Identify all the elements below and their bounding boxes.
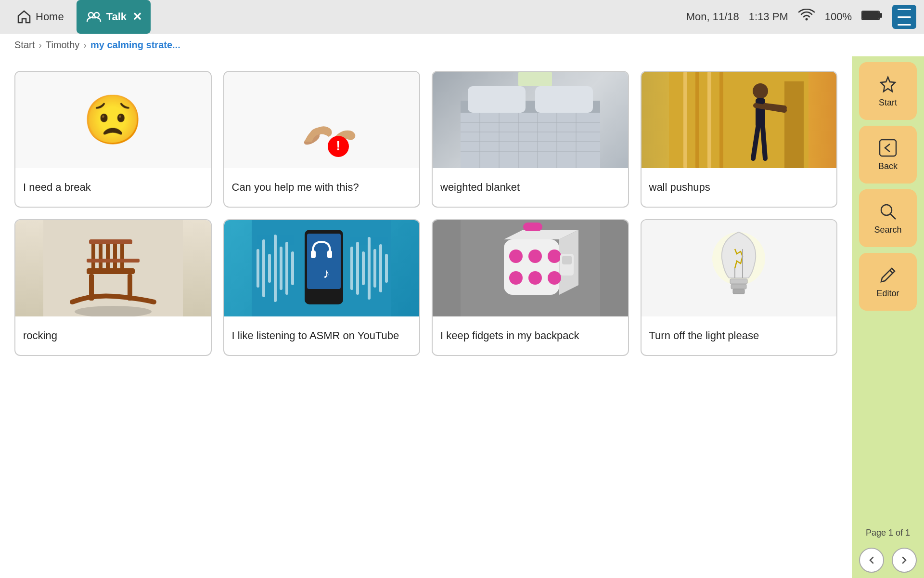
breadcrumb-current[interactable]: my calming strate... <box>90 39 180 51</box>
sidebar-search-label: Search <box>874 225 901 235</box>
sidebar-back-label: Back <box>878 161 898 171</box>
card-blanket[interactable]: weighted blanket <box>432 71 629 208</box>
svg-point-1 <box>94 13 99 17</box>
breadcrumb-sep1: › <box>38 39 42 51</box>
next-page-button[interactable] <box>892 548 917 573</box>
close-button[interactable]: ✕ <box>132 10 142 24</box>
svg-rect-13 <box>468 86 526 113</box>
sidebar-back-button[interactable]: Back <box>859 126 917 184</box>
svg-rect-69 <box>373 249 376 288</box>
svg-point-78 <box>548 250 561 263</box>
svg-line-36 <box>765 105 784 108</box>
svg-point-33 <box>753 83 768 99</box>
svg-rect-67 <box>362 251 365 285</box>
card-light-image <box>642 220 837 316</box>
breadcrumb-user[interactable]: Timothy <box>46 39 79 51</box>
svg-line-38 <box>763 127 765 158</box>
card-rocking[interactable]: rocking <box>14 219 212 356</box>
svg-rect-87 <box>731 284 746 289</box>
svg-point-81 <box>548 271 561 285</box>
svg-rect-65 <box>350 247 353 290</box>
talk-label: Talk <box>106 11 127 23</box>
cards-grid: 😟 I need a break <box>14 66 837 361</box>
breadcrumb-start[interactable]: Start <box>14 39 35 51</box>
prev-page-button[interactable] <box>859 548 884 573</box>
svg-rect-66 <box>356 242 359 295</box>
svg-rect-43 <box>99 242 103 270</box>
svg-rect-53 <box>257 249 259 288</box>
svg-rect-71 <box>385 254 388 283</box>
svg-line-95 <box>890 270 893 273</box>
wifi-icon <box>798 9 815 25</box>
card-asmr-label: I like listening to ASMR on YouTube <box>224 316 420 355</box>
svg-rect-32 <box>784 81 804 168</box>
pagination <box>859 548 917 573</box>
svg-rect-58 <box>285 242 288 295</box>
svg-rect-73 <box>504 239 559 295</box>
svg-point-0 <box>89 13 93 17</box>
svg-rect-46 <box>120 242 124 270</box>
nav-talk-button[interactable]: Talk ✕ <box>77 0 151 34</box>
svg-rect-29 <box>695 72 699 168</box>
card-break[interactable]: 😟 I need a break <box>14 71 212 208</box>
svg-rect-15 <box>461 113 600 168</box>
time: 1:13 PM <box>749 11 788 23</box>
sidebar-editor-button[interactable]: Editor <box>859 253 917 311</box>
card-help-label: Can you help me with this? <box>224 168 420 207</box>
sidebar-start-label: Start <box>879 98 897 108</box>
svg-text:!: ! <box>336 138 341 153</box>
svg-point-76 <box>509 250 523 263</box>
sidebar: Start Back Search Editor Page 1 of 1 <box>852 56 924 578</box>
home-label: Home <box>36 11 64 23</box>
card-pushups-label: wall pushups <box>642 168 837 207</box>
breadcrumb: Start › Timothy › my calming strate... <box>0 34 924 56</box>
svg-line-94 <box>890 214 896 219</box>
svg-rect-59 <box>291 251 294 285</box>
card-help-image: ! <box>224 72 420 168</box>
card-blanket-image <box>433 72 628 168</box>
card-break-label: I need a break <box>15 168 211 207</box>
card-fidgets-label: I keep fidgets in my backpack <box>433 316 628 355</box>
breadcrumb-sep2: › <box>83 39 87 51</box>
svg-rect-84 <box>562 256 572 264</box>
svg-rect-57 <box>280 247 282 290</box>
svg-rect-68 <box>368 237 371 300</box>
card-asmr-image: ♪ <box>224 220 420 316</box>
svg-rect-4 <box>880 13 882 18</box>
card-pushups[interactable]: wall pushups <box>641 71 838 208</box>
svg-rect-28 <box>683 72 687 168</box>
svg-rect-82 <box>523 223 542 231</box>
chevron-right-icon <box>899 555 909 565</box>
svg-rect-92 <box>880 140 896 156</box>
sidebar-editor-label: Editor <box>876 289 899 299</box>
sidebar-search-button[interactable]: Search <box>859 189 917 247</box>
svg-rect-55 <box>268 254 271 283</box>
svg-rect-31 <box>719 72 723 168</box>
card-help[interactable]: ! Can you help me with this? <box>223 71 421 208</box>
svg-point-79 <box>509 271 523 285</box>
datetime: Mon, 11/18 <box>686 11 739 23</box>
home-icon <box>16 9 32 25</box>
battery-label: 100% <box>825 11 852 23</box>
card-fidgets[interactable]: I keep fidgets in my backpack <box>432 219 629 356</box>
card-rocking-label: rocking <box>15 316 211 355</box>
svg-rect-63 <box>327 250 332 258</box>
content-area: 😟 I need a break <box>0 56 852 578</box>
nav-home-button[interactable]: Home <box>8 4 73 29</box>
card-rocking-image <box>15 220 211 316</box>
card-light[interactable]: Turn off the light please <box>641 219 838 356</box>
back-icon <box>878 138 898 158</box>
header-status: Mon, 11/18 1:13 PM 100% <box>686 5 916 29</box>
svg-rect-42 <box>91 242 95 270</box>
svg-point-77 <box>528 250 542 263</box>
menu-button[interactable] <box>892 5 916 29</box>
card-asmr[interactable]: ♪ I like listening to ASMR o <box>223 219 421 356</box>
svg-rect-14 <box>535 86 593 113</box>
svg-rect-54 <box>262 239 265 297</box>
search-icon <box>878 202 898 221</box>
card-light-label: Turn off the light please <box>642 316 837 355</box>
svg-rect-47 <box>89 239 132 244</box>
card-break-image: 😟 <box>15 72 211 168</box>
sidebar-start-button[interactable]: Start <box>859 62 917 120</box>
battery-icon <box>861 10 883 24</box>
